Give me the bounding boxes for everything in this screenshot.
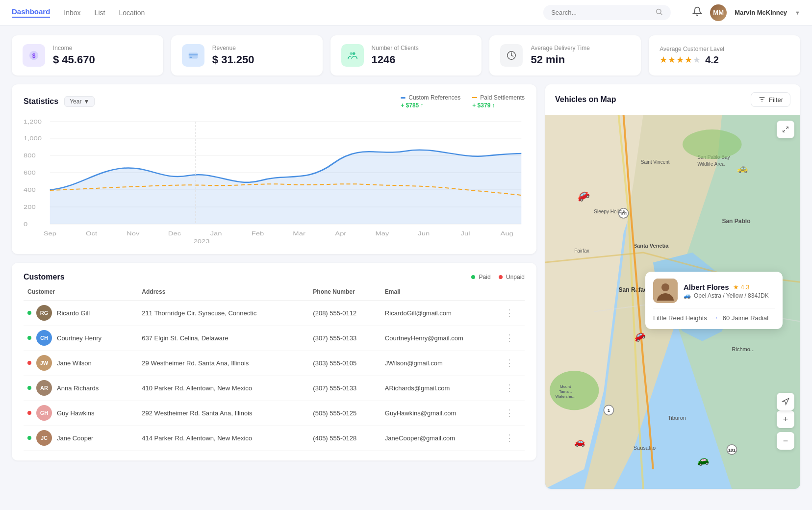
more-options-button[interactable]: ⋮ [505, 408, 514, 418]
svg-point-66 [683, 129, 741, 159]
arrow-up-icon-2: ↑ [492, 102, 495, 109]
svg-text:400: 400 [24, 187, 36, 193]
left-panel: Statistics Year ▼ Custom References [12, 84, 536, 489]
svg-point-62 [550, 371, 599, 410]
legend-custom-references: Custom References + $785 ↑ [401, 94, 460, 109]
map-nav-control [777, 393, 794, 410]
customer-phone: (303) 555-0105 [309, 351, 381, 376]
customer-email: RicardoGill@gmail.com [381, 301, 502, 326]
revenue-icon-wrap [182, 44, 204, 67]
nav-list[interactable]: List [95, 9, 105, 17]
svg-text:1,000: 1,000 [24, 135, 42, 142]
clients-icon-wrap [341, 44, 364, 67]
notification-bell-icon[interactable] [692, 6, 702, 19]
customer-more-actions: ⋮ [501, 351, 525, 376]
more-options-button[interactable]: ⋮ [505, 357, 514, 368]
svg-text:Mount: Mount [560, 384, 571, 389]
search-icon [655, 8, 663, 17]
svg-text:🚕: 🚕 [737, 163, 748, 174]
customer-name-cell: CH Courtney Henry [24, 326, 138, 351]
col-customer: Customer [24, 288, 138, 301]
nav-inbox[interactable]: Inbox [64, 9, 80, 17]
driver-rating: ★ 4.3 [733, 283, 750, 291]
nav-brand[interactable]: Dashboard [12, 7, 50, 18]
zoom-out-button[interactable]: − [777, 432, 794, 450]
payment-status-dot [27, 436, 31, 440]
customer-name: Jane Wilson [57, 359, 92, 367]
svg-rect-4 [189, 53, 198, 59]
customer-phone: (307) 555-0133 [309, 376, 381, 401]
rating-card: Average Customer Lavel ★★★★★ 4.2 [649, 35, 800, 76]
customer-email: JWilson@gmail.com [381, 351, 502, 376]
table-row: AR Anna Richards 410 Parker Rd. Allentow… [24, 376, 525, 401]
table-row: JC Jane Cooper 414 Parker Rd. Allentown,… [24, 426, 525, 451]
col-actions [501, 288, 525, 301]
svg-line-76 [783, 130, 785, 132]
zoom-in-button[interactable]: + [777, 410, 794, 428]
nav-location[interactable]: Location [119, 9, 145, 17]
customer-avatar: AR [36, 380, 52, 396]
svg-text:600: 600 [24, 170, 36, 176]
svg-rect-5 [189, 54, 198, 55]
svg-text:Jan: Jan [210, 230, 222, 237]
search-input[interactable] [551, 9, 651, 16]
clients-icon [347, 50, 358, 61]
svg-text:Oct: Oct [86, 230, 97, 237]
table-row: JW Jane Wilson 29 Westheimer Rd. Santa A… [24, 351, 525, 376]
customer-email: JaneCooper@gmail.com [381, 426, 502, 451]
svg-text:200: 200 [24, 204, 36, 210]
svg-text:1: 1 [608, 408, 610, 413]
revenue-label: Revenue [212, 45, 254, 51]
col-phone: Phone Number [309, 288, 381, 301]
popup-driver-info: Albert Flores ★ 4.3 🚙 Opel Astra / Yello… [684, 283, 769, 299]
more-options-button[interactable]: ⋮ [505, 307, 514, 318]
driver-name: Albert Flores [684, 283, 729, 291]
customer-avatar: RG [36, 305, 52, 321]
navigate-button[interactable] [777, 393, 794, 410]
right-panel: Vehicles on Map Filter [545, 84, 800, 489]
more-options-button[interactable]: ⋮ [505, 332, 514, 343]
income-value: $ 45.670 [53, 53, 95, 66]
unpaid-legend: Unpaid [499, 274, 525, 280]
more-options-button[interactable]: ⋮ [505, 433, 514, 443]
svg-text:2023: 2023 [194, 238, 210, 244]
customer-name: Guy Hawkins [57, 409, 95, 417]
svg-text:Jul: Jul [461, 230, 470, 237]
svg-text:May: May [376, 230, 389, 237]
customers-card: Customers Paid Unpaid [12, 263, 536, 460]
payment-status-dot [27, 336, 31, 340]
svg-point-8 [353, 52, 355, 55]
payment-status-dot [27, 411, 31, 415]
popup-car-info: 🚙 Opel Astra / Yellow / 834JDK [684, 292, 769, 299]
user-avatar[interactable]: MM [710, 4, 727, 21]
customer-email: GuyHawkins@gmail.com [381, 401, 502, 426]
custom-ref-change: + $785 ↑ [401, 102, 423, 109]
more-options-button[interactable]: ⋮ [505, 382, 514, 393]
unpaid-dot [499, 275, 503, 279]
stat-cards-row: $ Income $ 45.670 Revenue $ 31.250 [12, 35, 800, 76]
customer-avatar: CH [36, 330, 52, 346]
customer-name-cell: AR Anna Richards [24, 376, 138, 401]
popup-header: Albert Flores ★ 4.3 🚙 Opel Astra / Yello… [653, 279, 775, 303]
navigate-icon [782, 398, 789, 406]
payment-legend: Paid Unpaid [471, 274, 525, 280]
user-menu-chevron-icon[interactable]: ▼ [795, 10, 800, 16]
car-details: Opel Astra / Yellow / 834JDK [694, 292, 769, 299]
map-zoom-controls: + − [777, 410, 794, 450]
chart-period-selector[interactable]: Year ▼ [64, 96, 95, 107]
driver-avatar [653, 279, 678, 303]
svg-text:$: $ [32, 52, 36, 59]
clients-value: 1246 [372, 53, 419, 66]
main-content: $ Income $ 45.670 Revenue $ 31.250 [0, 26, 812, 499]
customer-address: 414 Parker Rd. Allentown, New Mexico [138, 426, 309, 451]
popup-route: Little Reed Heights → 60 Jaime Radial [653, 308, 775, 322]
svg-line-1 [660, 13, 662, 15]
rating-number: 4.2 [705, 54, 719, 66]
expand-button[interactable] [777, 121, 794, 138]
income-card: $ Income $ 45.670 [12, 35, 163, 76]
clients-card: Number of Clients 1246 [330, 35, 482, 76]
filter-button[interactable]: Filter [751, 92, 790, 107]
stars-display: ★★★★★ [660, 54, 701, 65]
customer-more-actions: ⋮ [501, 376, 525, 401]
car-icon: 🚙 [684, 292, 691, 299]
